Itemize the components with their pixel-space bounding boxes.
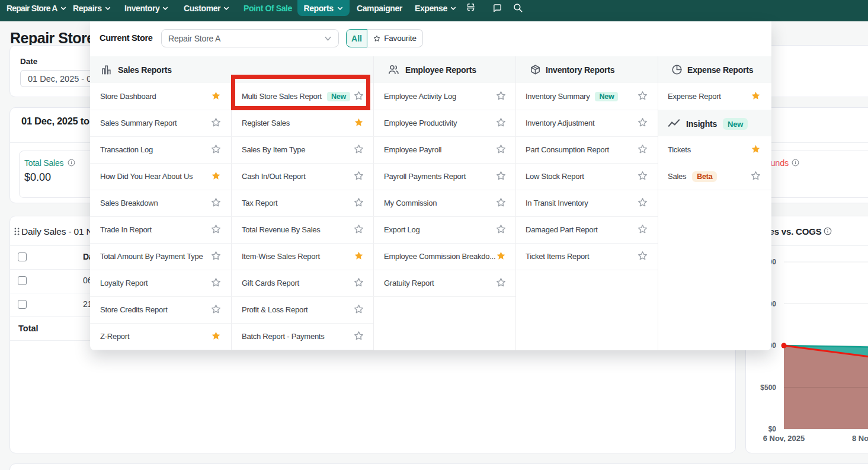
svg-text:$500: $500 xyxy=(760,383,776,392)
svg-text:8 Nov, 2025: 8 Nov, 2025 xyxy=(852,434,868,443)
svg-text:$0: $0 xyxy=(768,425,777,433)
svg-text:6 Nov, 2025: 6 Nov, 2025 xyxy=(763,434,805,443)
